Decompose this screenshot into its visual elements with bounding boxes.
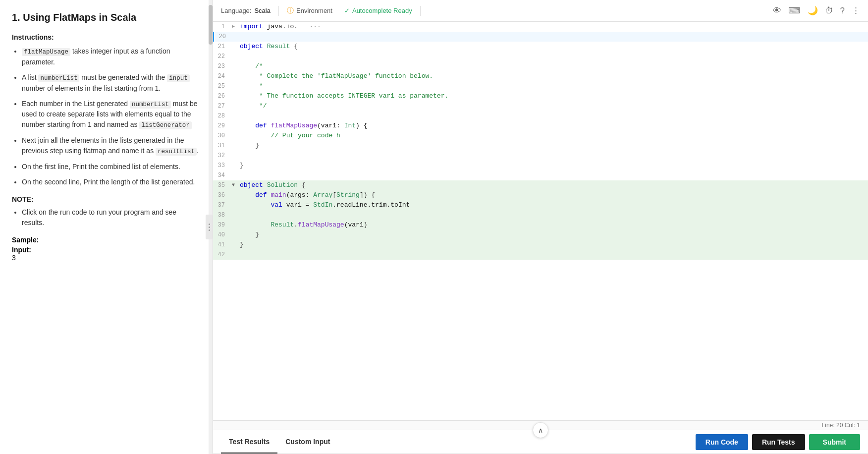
line-number-40: 40 [213, 230, 232, 240]
collapse-button[interactable]: ∧ [533, 422, 548, 438]
fold-icon-35[interactable]: ▼ [232, 180, 240, 190]
bottom-panel: ∧ Test Results Custom Input Run Code Run… [213, 430, 868, 454]
line-number-1: 1 [213, 22, 232, 32]
autocomplete-check-icon: ✓ [344, 7, 350, 14]
instructions-heading: Instructions: [12, 33, 201, 41]
line-content-21: object Result { [240, 42, 868, 52]
environment-icon: ⓘ [287, 6, 294, 15]
input-value: 3 [12, 254, 201, 262]
instruction-item-3: Each number in the List generated number… [22, 99, 201, 131]
moon-icon[interactable]: 🌙 [808, 5, 818, 16]
instruction-item-1: flatMapUsage takes integer input as a fu… [22, 46, 201, 67]
instruction-item-4: Next join all the elements in the lists … [22, 135, 201, 157]
line-number-24: 24 [213, 71, 232, 81]
code-input: input [167, 74, 190, 82]
submit-button[interactable]: Submit [809, 434, 860, 450]
keyboard-icon[interactable]: ⌨ [788, 5, 801, 16]
run-code-button[interactable]: Run Code [696, 434, 748, 450]
line-content-35: object Solution { [240, 180, 868, 190]
code-line-41: 41 } [213, 240, 868, 250]
instruction-item-2: A list numberList must be generated with… [22, 72, 201, 94]
code-line-38: 38 [213, 210, 868, 220]
line-content-33: } [240, 161, 868, 170]
code-line-28: 28 [213, 111, 868, 121]
history-icon[interactable]: ⏱ [825, 6, 833, 16]
code-listGenerator: listGenerator [139, 121, 192, 129]
code-line-27: 27 */ [213, 101, 868, 111]
line-number-42: 42 [213, 250, 232, 260]
left-scrollbar-thumb[interactable] [209, 5, 213, 45]
code-line-30: 30 // Put your code h [213, 131, 868, 141]
tab-custom-input[interactable]: Custom Input [277, 431, 338, 454]
line-number-37: 37 [213, 200, 232, 210]
code-line-24: 24 * Complete the 'flatMapUsage' functio… [213, 71, 868, 81]
code-line-21: 21 object Result { [213, 42, 868, 52]
line-col-indicator: Line: 20 Col: 1 [822, 422, 860, 429]
environment-label: Environment [296, 7, 332, 14]
line-content-38 [240, 210, 868, 220]
line-number-22: 22 [213, 52, 232, 61]
run-tests-button[interactable]: Run Tests [752, 434, 805, 450]
line-content-23: /* [240, 61, 868, 71]
line-content-40: } [240, 230, 868, 240]
code-line-35: 35 ▼ object Solution { [213, 180, 868, 190]
resize-handle[interactable] [206, 215, 213, 239]
code-line-32: 32 [213, 151, 868, 161]
line-content-39: Result.flatMapUsage(var1) [240, 220, 868, 230]
code-line-34: 34 [213, 170, 868, 180]
help-icon[interactable]: ? [840, 6, 845, 16]
line-number-34: 34 [213, 170, 232, 180]
language-selector: Language: Scala [221, 7, 271, 14]
line-content-26: * The function accepts INTEGER var1 as p… [240, 91, 868, 101]
left-panel: 1. Using FlatMaps in Scala Instructions:… [0, 0, 213, 454]
resize-dots [209, 224, 210, 231]
line-content-41: } [240, 240, 868, 250]
autocomplete-status: ✓ Autocomplete Ready [344, 7, 412, 14]
input-label: Input: [12, 246, 201, 254]
line-content-24: * Complete the 'flatMapUsage' function b… [240, 71, 868, 81]
line-number-28: 28 [213, 111, 232, 121]
code-line-23: 23 /* [213, 61, 868, 71]
line-number-32: 32 [213, 151, 232, 161]
line-content-34 [240, 170, 868, 180]
note-section: NOTE: Click on the run code to run your … [12, 195, 201, 228]
instructions-list: flatMapUsage takes integer input as a fu… [12, 46, 201, 187]
line-number-35: 35 [213, 180, 232, 190]
code-editor[interactable]: 1 ▶ import java.io._ ··· 20 21 object Re… [213, 22, 868, 420]
toolbar-right-icons: 👁 ⌨ 🌙 ⏱ ? ⋮ [773, 5, 860, 16]
code-numberList-2: numberList [130, 101, 171, 109]
line-content-42 [240, 250, 868, 260]
code-line-40: 40 } [213, 230, 868, 240]
resize-dot-3 [209, 229, 210, 231]
line-number-21: 21 [213, 42, 232, 52]
language-label: Language: [221, 7, 251, 14]
bottom-actions: Run Code Run Tests Submit [696, 434, 860, 450]
resize-dot-1 [209, 224, 210, 225]
code-line-33: 33 } [213, 161, 868, 170]
environment-status: ⓘ Environment [287, 6, 332, 15]
line-number-38: 38 [213, 210, 232, 220]
note-heading: NOTE: [12, 195, 201, 203]
line-number-20: 20 [214, 32, 233, 42]
sample-heading: Sample: [12, 236, 201, 244]
toolbar: Language: Scala ⓘ Environment ✓ Autocomp… [213, 0, 868, 22]
line-number-36: 36 [213, 190, 232, 200]
input-label-bold: Input: [12, 246, 31, 254]
line-content-37: val var1 = StdIn.readLine.trim.toInt [240, 200, 868, 210]
line-number-41: 41 [213, 240, 232, 250]
code-resultList: resultList [156, 148, 197, 156]
line-content-22 [240, 52, 868, 61]
fold-icon-1[interactable]: ▶ [232, 22, 240, 32]
line-number-33: 33 [213, 161, 232, 170]
code-line-20: 20 [213, 32, 868, 42]
line-number-30: 30 [213, 131, 232, 141]
eye-icon[interactable]: 👁 [773, 6, 781, 16]
line-content-32 [240, 151, 868, 161]
language-value[interactable]: Scala [254, 7, 271, 14]
line-content-31: } [240, 141, 868, 151]
tab-test-results[interactable]: Test Results [221, 431, 277, 454]
more-icon[interactable]: ⋮ [852, 5, 860, 16]
line-content-28 [240, 111, 868, 121]
code-line-25: 25 * [213, 81, 868, 91]
toolbar-divider-1 [278, 6, 279, 16]
